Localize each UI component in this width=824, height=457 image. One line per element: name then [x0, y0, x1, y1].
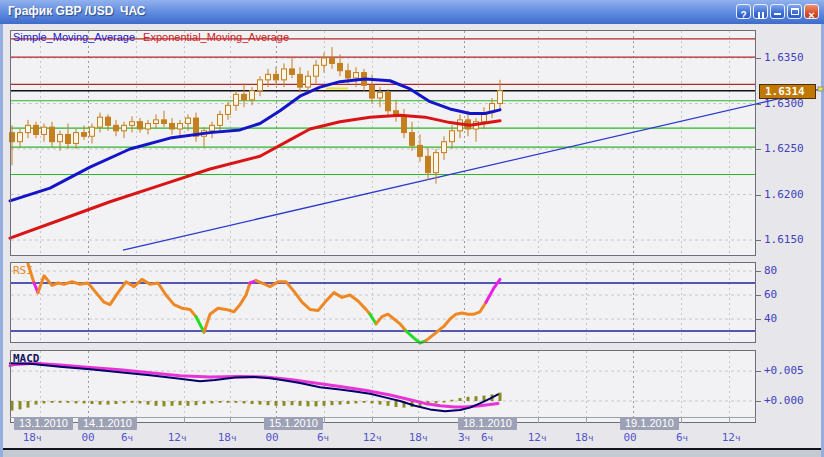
macd-label: MACD	[13, 352, 40, 365]
macd-chart[interactable]	[10, 350, 756, 423]
pause-icon	[757, 5, 765, 22]
maximize-icon	[791, 8, 799, 15]
maximize-button[interactable]	[787, 4, 802, 19]
window-bottom-border	[3, 450, 821, 457]
minimize-button[interactable]	[770, 4, 785, 19]
rsi-chart[interactable]	[10, 262, 756, 343]
price-chart[interactable]	[10, 30, 822, 256]
chart-window: График GBP /USD ЧАС ? × Simple_Moving_Av…	[0, 0, 824, 457]
close-button[interactable]: ×	[804, 4, 819, 19]
minimize-icon	[774, 13, 781, 15]
indicator-legend: Simple_Moving_AverageExponential_Moving_…	[13, 31, 297, 43]
current-price-tag: 1.6314	[759, 84, 816, 99]
pause-button[interactable]	[753, 4, 768, 19]
legend-sma[interactable]: Simple_Moving_Average	[13, 31, 135, 43]
titlebar[interactable]: График GBP /USD ЧАС ? ×	[0, 0, 824, 24]
close-icon: ×	[808, 9, 814, 21]
window-left-border	[0, 24, 3, 457]
legend-ema[interactable]: Exponential_Moving_Average	[143, 31, 289, 43]
help-icon: ?	[740, 10, 746, 21]
rsi-label: RSI	[13, 264, 33, 277]
window-title: График GBP /USD ЧАС	[8, 4, 146, 18]
help-button[interactable]: ?	[736, 4, 751, 19]
